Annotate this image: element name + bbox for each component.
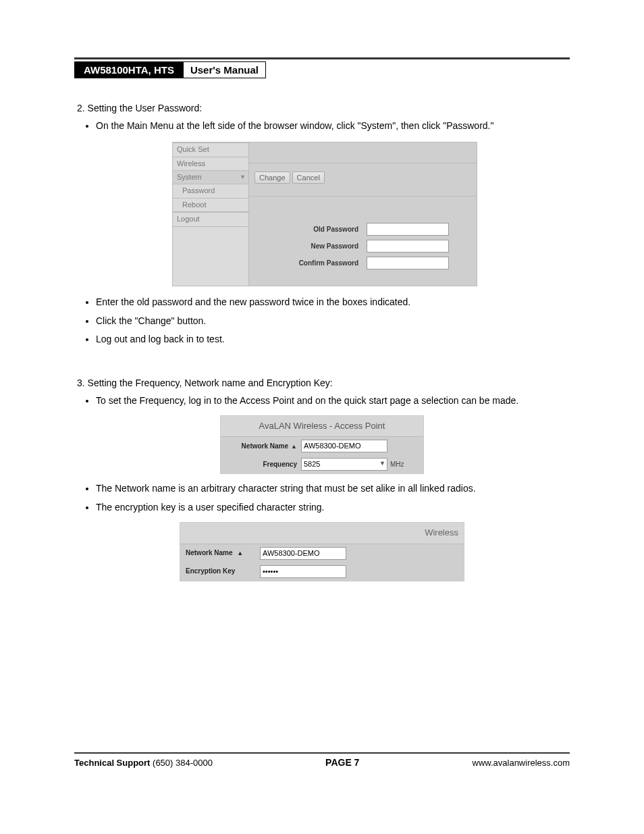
access-point-screenshot: AvaLAN Wireless - Access Point Network N…: [220, 415, 424, 474]
ap-freq-label: Frequency: [226, 460, 301, 469]
footer-support-phone: (650) 384-0000: [153, 758, 213, 768]
step2-title: 2. Setting the User Password:: [77, 102, 570, 115]
new-password-input[interactable]: [367, 240, 449, 253]
step2-bullet-main: On the Main Menu at the left side of the…: [96, 120, 570, 133]
menu-quickset[interactable]: Quick Set: [173, 142, 248, 157]
menu-logout[interactable]: Logout: [173, 213, 248, 226]
wl-enc-label: Encryption Key: [186, 567, 260, 576]
step-password: 2. Setting the User Password: On the Mai…: [74, 102, 570, 346]
step-frequency: 3. Setting the Frequency, Network name a…: [74, 377, 570, 581]
old-password-input[interactable]: [367, 223, 449, 236]
footer-page-number: PAGE 7: [325, 757, 359, 768]
menu-wireless[interactable]: Wireless: [173, 157, 248, 171]
step2-bullet-3: Log out and log back in to test.: [96, 333, 570, 346]
step3-title: 3. Setting the Frequency, Network name a…: [77, 377, 570, 390]
sort-up-icon: ▲: [237, 550, 243, 556]
header-band: AW58100HTA, HTS User's Manual: [74, 61, 570, 78]
footer-support-label: Technical Support: [74, 758, 150, 768]
menu-system[interactable]: System ▼: [173, 171, 248, 184]
page-footer: Technical Support (650) 384-0000 PAGE 7 …: [74, 752, 570, 768]
menu-system-label: System: [177, 173, 202, 181]
ap-netname-input[interactable]: AW58300-DEMO: [301, 440, 387, 452]
header-rule: [74, 57, 570, 59]
header-doc-title: User's Manual: [184, 61, 266, 78]
menu-reboot[interactable]: Reboot: [173, 199, 248, 212]
sort-up-icon: ▲: [291, 442, 297, 451]
wl-netname-input[interactable]: AW58300-DEMO: [260, 547, 346, 560]
new-password-label: New Password: [257, 242, 367, 251]
step2-bullet-1: Enter the old password and the new passw…: [96, 296, 570, 309]
header-model: AW58100HTA, HTS: [74, 61, 184, 78]
ap-title: AvaLAN Wireless - Access Point: [221, 416, 423, 437]
old-password-label: Old Password: [257, 225, 367, 234]
wl-enc-input[interactable]: ••••••: [260, 565, 346, 578]
step3-bullet-3: The encryption key is a user specified c…: [96, 501, 570, 515]
menu-password[interactable]: Password: [173, 184, 248, 198]
confirm-password-input[interactable]: [367, 257, 449, 269]
ap-freq-value: 5825: [304, 460, 320, 468]
wireless-screenshot: Wireless Network Name ▲ AW58300-DEMO Enc…: [180, 522, 464, 581]
footer-url: www.avalanwireless.com: [473, 758, 570, 768]
change-button[interactable]: Change: [254, 172, 290, 184]
ap-freq-select[interactable]: 5825 ▼: [301, 458, 387, 471]
cancel-button[interactable]: Cancel: [292, 172, 325, 184]
wl-title: Wireless: [180, 523, 464, 544]
ap-netname-label: Network Name▲: [226, 442, 301, 451]
chevron-down-icon: ▼: [379, 459, 385, 468]
ap-freq-unit: MHz: [390, 460, 404, 469]
chevron-down-icon: ▼: [240, 173, 246, 182]
confirm-password-label: Confirm Password: [257, 259, 367, 268]
step2-bullet-2: Click the "Change" button.: [96, 315, 570, 328]
step3-bullet-1: To set the Frequency, log in to the Acce…: [96, 394, 570, 408]
password-screenshot: Quick Set Wireless System ▼ Password Reb…: [172, 142, 477, 286]
footer-support: Technical Support (650) 384-0000: [74, 758, 213, 768]
tab-bar: [249, 142, 477, 163]
step3-bullet-2: The Network name is an arbitrary charact…: [96, 482, 570, 496]
wl-netname-label: Network Name ▲: [186, 548, 260, 558]
